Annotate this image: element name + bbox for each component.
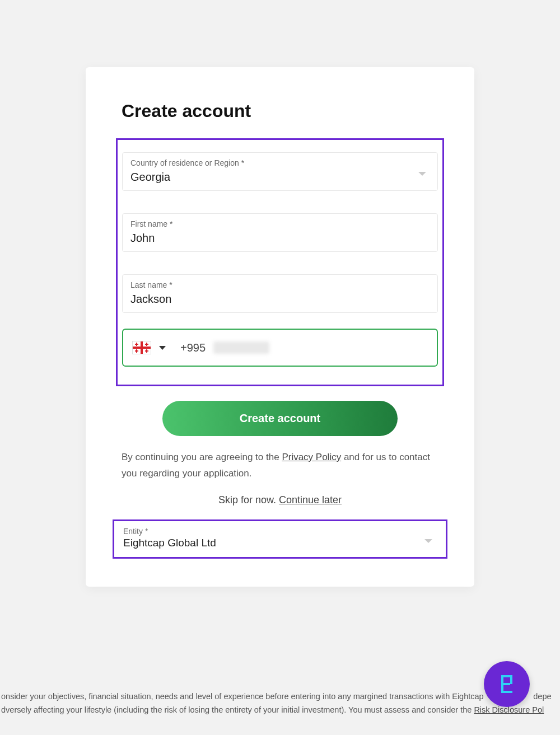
chevron-down-icon	[424, 539, 432, 543]
skip-pre: Skip for now.	[218, 494, 279, 505]
help-fab-button[interactable]	[484, 661, 530, 707]
country-value: Georgia	[130, 171, 430, 184]
consent-text: By continuing you are agreeing to the Pr…	[122, 450, 438, 482]
form-highlight-region: Country of residence or Region * Georgia…	[116, 138, 444, 386]
country-select[interactable]: Country of residence or Region * Georgia	[122, 152, 438, 191]
privacy-policy-link[interactable]: Privacy Policy	[282, 452, 341, 462]
phone-number-redacted	[213, 341, 269, 354]
phone-prefix: +995	[180, 341, 206, 354]
flag-georgia-icon	[132, 341, 151, 354]
entity-value: Eightcap Global Ltd	[118, 537, 442, 555]
skip-text: Skip for now. Continue later	[122, 494, 438, 506]
create-account-button[interactable]: Create account	[162, 401, 398, 436]
first-name-input[interactable]	[130, 232, 430, 245]
create-account-card: Create account Country of residence or R…	[86, 67, 474, 587]
last-name-field-wrap: Last name *	[122, 274, 438, 313]
phone-field[interactable]: +995	[122, 329, 438, 367]
chevron-down-icon	[418, 172, 426, 176]
first-name-field-wrap: First name *	[122, 213, 438, 252]
chevron-down-icon[interactable]	[159, 346, 166, 350]
logo-icon	[494, 672, 519, 696]
page-title: Create account	[122, 101, 438, 121]
last-name-input[interactable]	[130, 293, 430, 306]
footer-disclaimer: onsider your objectives, financial situa…	[0, 690, 560, 717]
entity-label: Entity *	[118, 523, 442, 537]
continue-later-link[interactable]: Continue later	[279, 494, 342, 505]
consent-pre: By continuing you are agreeing to the	[122, 452, 282, 462]
first-name-label: First name *	[130, 219, 430, 228]
last-name-label: Last name *	[130, 280, 430, 289]
country-label: Country of residence or Region *	[130, 158, 430, 167]
entity-select[interactable]: Entity * Eightcap Global Ltd	[113, 519, 447, 559]
